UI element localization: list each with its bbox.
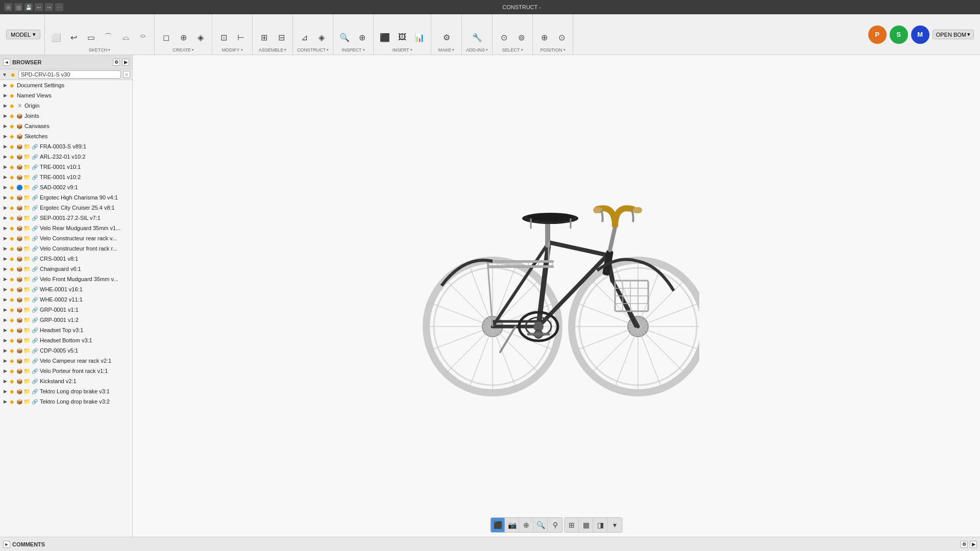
insert-icon-2[interactable]: 🖼 — [394, 29, 410, 45]
tree-expand-arrow[interactable]: ▶ — [2, 184, 8, 190]
viewport[interactable]: ⬛ 📷 ⊕ 🔍 ⚲ ⊞ ▦ ◨ ▾ — [133, 55, 980, 537]
tree-expand-arrow[interactable]: ▶ — [2, 286, 8, 292]
tree-item[interactable]: ▶◆📦📁🔗WHE-0002 v11:1 — [0, 294, 132, 305]
tree-expand-arrow[interactable]: ▶ — [2, 103, 8, 109]
tree-visibility-icon[interactable]: ◆ — [8, 337, 15, 344]
view-zoom-button[interactable]: 🔍 — [534, 518, 548, 532]
inspect-icon-2[interactable]: ⊕ — [354, 29, 370, 45]
tree-visibility-icon[interactable]: ◆ — [8, 214, 15, 221]
tree-item[interactable]: ▶◆📦📁🔗Velo Front Mudguard 35mm v... — [0, 274, 132, 284]
app-menu-icon[interactable]: ⊞ — [4, 3, 12, 11]
inspect-label[interactable]: INSPECT ▾ — [342, 47, 365, 53]
view-grid-button[interactable]: ▦ — [579, 518, 594, 532]
tree-expand-arrow[interactable]: ▶ — [2, 245, 8, 252]
tree-expand-arrow[interactable]: ▶ — [2, 388, 8, 394]
tree-item[interactable]: ▶◆📦📁🔗Ergotec City Cruiser 25.4 v8:1 — [0, 203, 132, 213]
construct-icon-2[interactable]: ◈ — [313, 29, 330, 45]
tree-visibility-icon[interactable]: ◆ — [8, 286, 15, 293]
view-search-button[interactable]: ⚲ — [548, 518, 562, 532]
tree-item[interactable]: ▶◆Document Settings — [0, 80, 132, 90]
tree-expand-arrow[interactable]: ▶ — [2, 358, 8, 364]
tree-item[interactable]: ▶◆📦📁🔗Headset Bottom v3:1 — [0, 335, 132, 345]
tree-item[interactable]: ▶◆📦📁🔗Chainguard v6:1 — [0, 264, 132, 274]
tree-expand-arrow[interactable]: ▶ — [2, 133, 8, 139]
comments-settings[interactable]: ⚙ — [961, 541, 968, 548]
sketch-icon-1[interactable]: ⬜ — [48, 29, 64, 45]
profile-m-button[interactable]: M — [911, 26, 929, 44]
tree-visibility-icon[interactable]: ◆ — [8, 398, 15, 405]
redo-icon[interactable]: ↪ — [45, 3, 53, 11]
tree-visibility-icon[interactable]: ◆ — [8, 204, 15, 211]
sketch-icon-6[interactable]: ⌔ — [135, 29, 151, 45]
tree-visibility-icon[interactable]: ◆ — [8, 102, 15, 109]
tree-item[interactable]: ▶◆📦📁🔗Velo Campeur rear rack v2:1 — [0, 356, 132, 366]
insert-icon-3[interactable]: 📊 — [411, 29, 428, 45]
file-icon[interactable]: ▤ — [14, 3, 22, 11]
tree-visibility-icon[interactable]: ◆ — [8, 245, 15, 252]
tree-visibility-icon[interactable]: ◆ — [8, 92, 15, 99]
position-icon-1[interactable]: ⊕ — [536, 29, 552, 45]
tree-visibility-icon[interactable]: ◆ — [8, 184, 15, 191]
tree-item[interactable]: ▶◆✕Origin — [0, 101, 132, 111]
tree-item[interactable]: ▶◆📦📁🔗TRE-0001 v10:2 — [0, 172, 132, 182]
view-cursor-button[interactable]: ⊕ — [520, 518, 534, 532]
tree-visibility-icon[interactable]: ◆ — [8, 224, 15, 232]
position-label[interactable]: POSITION ▾ — [541, 47, 566, 53]
addins-label[interactable]: ADD-INS ▾ — [466, 47, 488, 53]
tree-expand-arrow[interactable]: ▶ — [2, 82, 8, 88]
tree-expand-arrow[interactable]: ▶ — [2, 327, 8, 333]
assemble-icon-1[interactable]: ⊞ — [256, 29, 272, 45]
tree-visibility-icon[interactable]: ◆ — [8, 327, 15, 334]
sketch-icon-3[interactable]: ▭ — [83, 29, 99, 45]
tree-expand-arrow[interactable]: ▶ — [2, 307, 8, 313]
tree-visibility-icon[interactable]: ◆ — [8, 122, 15, 130]
sketch-icon-2[interactable]: ↩ — [65, 29, 82, 45]
position-icon-2[interactable]: ⊙ — [553, 29, 570, 45]
tree-expand-arrow[interactable]: ▶ — [2, 398, 8, 405]
tree-item[interactable]: ▶◆📦📁🔗WHE-0001 v16:1 — [0, 284, 132, 294]
tree-expand-arrow[interactable]: ▶ — [2, 174, 8, 180]
tree-expand-arrow[interactable]: ▶ — [2, 368, 8, 374]
active-comp-activate[interactable]: ○ — [123, 71, 130, 78]
browser-collapse-button[interactable]: ◄ — [3, 59, 10, 66]
tree-visibility-icon[interactable]: ◆ — [8, 388, 15, 395]
create-label[interactable]: CREATE ▾ — [173, 47, 194, 53]
tree-visibility-icon[interactable]: ◆ — [8, 347, 15, 354]
tree-visibility-icon[interactable]: ◆ — [8, 194, 15, 201]
profile-s-button[interactable]: S — [890, 26, 908, 44]
tree-expand-arrow[interactable]: ▶ — [2, 92, 8, 98]
save-icon[interactable]: 💾 — [24, 3, 33, 11]
tree-expand-arrow[interactable]: ▶ — [2, 143, 8, 149]
insert-label[interactable]: INSERT ▾ — [393, 47, 412, 53]
tree-expand-arrow[interactable]: ▶ — [2, 296, 8, 303]
browser-pin-icon[interactable]: ▶ — [122, 59, 129, 66]
sketch-label[interactable]: SKETCH ▾ — [89, 47, 111, 53]
inspect-icon-1[interactable]: 🔍 — [336, 29, 353, 45]
modify-icon-1[interactable]: ⊡ — [215, 29, 232, 45]
tree-visibility-icon[interactable]: ◆ — [8, 143, 15, 150]
tree-expand-arrow[interactable]: ▶ — [2, 235, 8, 241]
tree-item[interactable]: ▶◆Named Views — [0, 90, 132, 101]
tree-visibility-icon[interactable]: ◆ — [8, 296, 15, 303]
tree-item[interactable]: ▶◆📦Joints — [0, 111, 132, 121]
tree-item[interactable]: ▶◆📦📁🔗GRP-0001 v1:2 — [0, 315, 132, 325]
tree-item[interactable]: ▶◆📦Sketches — [0, 131, 132, 141]
tree-item[interactable]: ▶◆📦📁🔗Headset Top v3:1 — [0, 325, 132, 335]
tree-visibility-icon[interactable]: ◆ — [8, 255, 15, 262]
assemble-icon-2[interactable]: ⊟ — [273, 29, 289, 45]
create-icon-2[interactable]: ⊕ — [175, 29, 191, 45]
tree-item[interactable]: ▶◆📦📁🔗TRE-0001 v10:1 — [0, 162, 132, 172]
tree-item[interactable]: ▶◆📦📁🔗Tektro Long drop brake v3:2 — [0, 396, 132, 407]
tree-item[interactable]: ▶◆📦📁🔗CDP-0005 v5:1 — [0, 345, 132, 356]
tree-item[interactable]: ▶◆📦📁🔗Tektro Long drop brake v3:1 — [0, 386, 132, 396]
construct-icon-1[interactable]: ⊿ — [296, 29, 312, 45]
open-bom-button[interactable]: OPEN BOM ▾ — [933, 30, 974, 39]
more-icon[interactable]: ⋯ — [55, 3, 63, 11]
select-icon-1[interactable]: ⊙ — [496, 29, 512, 45]
tree-item[interactable]: ▶◆📦📁🔗Velo Rear Mudguard 35mm v1... — [0, 223, 132, 233]
view-render-button[interactable]: ◨ — [594, 518, 608, 532]
tree-item[interactable]: ▶◆📦📁🔗Kickstand v2:1 — [0, 376, 132, 386]
model-dropdown[interactable]: MODEL ▾ — [6, 30, 40, 39]
tree-item[interactable]: ▶◆📦📁🔗SEP-0001-27.2-SIL v7:1 — [0, 213, 132, 223]
tree-visibility-icon[interactable]: ◆ — [8, 378, 15, 385]
